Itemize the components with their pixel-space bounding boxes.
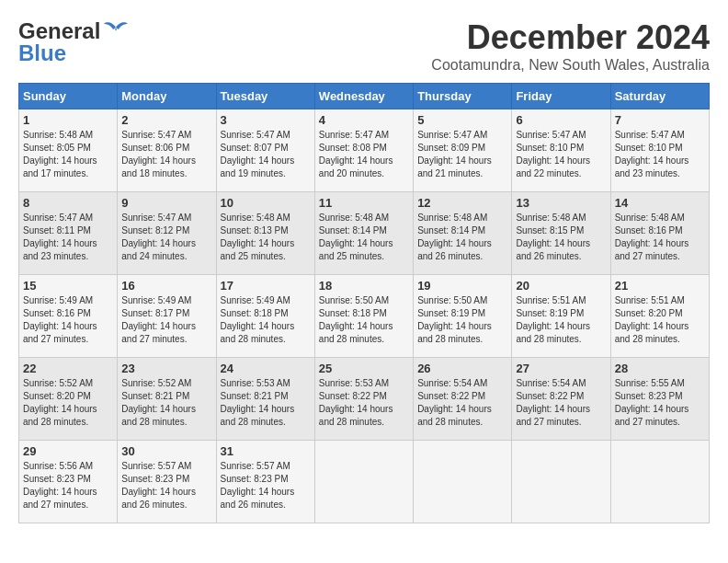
day-number: 4 [319,113,409,127]
day-number: 6 [516,113,606,127]
day-info: Sunrise: 5:49 AMSunset: 8:18 PMDaylight:… [221,294,311,346]
calendar-cell: 30Sunrise: 5:57 AMSunset: 8:23 PMDayligh… [118,441,216,523]
calendar-cell: 28Sunrise: 5:55 AMSunset: 8:23 PMDayligh… [610,358,709,441]
calendar-cell [414,441,512,523]
day-info: Sunrise: 5:52 AMSunset: 8:20 PMDaylight:… [23,377,113,429]
day-number: 29 [23,444,113,458]
day-number: 28 [615,362,705,375]
day-number: 25 [319,362,409,375]
calendar-cell: 15Sunrise: 5:49 AMSunset: 8:16 PMDayligh… [19,275,118,358]
calendar-cell: 16Sunrise: 5:49 AMSunset: 8:17 PMDayligh… [118,275,216,358]
calendar-cell [314,441,413,523]
day-info: Sunrise: 5:48 AMSunset: 8:14 PMDaylight:… [319,212,409,263]
calendar-week-row: 15Sunrise: 5:49 AMSunset: 8:16 PMDayligh… [19,275,710,358]
day-number: 16 [121,279,211,293]
day-number: 9 [121,196,211,210]
calendar-cell: 21Sunrise: 5:51 AMSunset: 8:20 PMDayligh… [610,275,709,358]
day-info: Sunrise: 5:47 AMSunset: 8:08 PMDaylight:… [319,129,409,180]
day-number: 24 [221,362,311,375]
day-number: 30 [121,444,211,458]
day-number: 11 [319,196,409,210]
calendar-cell: 13Sunrise: 5:48 AMSunset: 8:15 PMDayligh… [512,192,610,275]
day-number: 7 [615,113,705,127]
day-number: 5 [417,113,507,127]
day-header-wednesday: Wednesday [314,84,413,109]
day-info: Sunrise: 5:48 AMSunset: 8:05 PMDaylight:… [23,129,113,180]
day-info: Sunrise: 5:57 AMSunset: 8:23 PMDaylight:… [221,460,311,511]
day-number: 2 [121,113,211,127]
day-header-friday: Friday [512,84,610,109]
day-number: 21 [615,279,705,293]
day-info: Sunrise: 5:54 AMSunset: 8:22 PMDaylight:… [417,377,507,429]
day-info: Sunrise: 5:53 AMSunset: 8:22 PMDaylight:… [319,377,409,429]
day-info: Sunrise: 5:50 AMSunset: 8:19 PMDaylight:… [417,294,507,346]
month-title: December 2024 [431,18,710,57]
calendar-cell: 14Sunrise: 5:48 AMSunset: 8:16 PMDayligh… [610,192,709,275]
day-number: 31 [221,444,311,458]
day-info: Sunrise: 5:47 AMSunset: 8:06 PMDaylight:… [121,129,211,180]
calendar-week-row: 22Sunrise: 5:52 AMSunset: 8:20 PMDayligh… [19,358,710,441]
day-number: 15 [23,279,113,293]
day-number: 23 [121,362,211,375]
day-info: Sunrise: 5:48 AMSunset: 8:15 PMDaylight:… [516,212,606,263]
day-number: 26 [417,362,507,375]
day-number: 19 [417,279,507,293]
day-info: Sunrise: 5:53 AMSunset: 8:21 PMDaylight:… [221,377,311,429]
calendar-cell: 27Sunrise: 5:54 AMSunset: 8:22 PMDayligh… [512,358,610,441]
day-info: Sunrise: 5:47 AMSunset: 8:11 PMDaylight:… [23,212,113,263]
calendar-cell: 6Sunrise: 5:47 AMSunset: 8:10 PMDaylight… [512,109,610,192]
day-info: Sunrise: 5:47 AMSunset: 8:10 PMDaylight:… [615,129,705,180]
day-info: Sunrise: 5:48 AMSunset: 8:14 PMDaylight:… [417,212,507,263]
logo-bird-icon [102,20,130,42]
day-info: Sunrise: 5:49 AMSunset: 8:17 PMDaylight:… [121,294,211,346]
day-header-monday: Monday [118,84,216,109]
calendar-cell [512,441,610,523]
day-header-sunday: Sunday [19,84,118,109]
day-number: 8 [23,196,113,210]
calendar-cell: 8Sunrise: 5:47 AMSunset: 8:11 PMDaylight… [19,192,118,275]
day-number: 27 [516,362,606,375]
logo-blue-text: Blue [18,40,66,66]
calendar-header-row: SundayMondayTuesdayWednesdayThursdayFrid… [19,84,710,109]
calendar-cell: 10Sunrise: 5:48 AMSunset: 8:13 PMDayligh… [216,192,314,275]
day-info: Sunrise: 5:56 AMSunset: 8:23 PMDaylight:… [23,460,113,511]
day-info: Sunrise: 5:51 AMSunset: 8:20 PMDaylight:… [615,294,705,346]
day-info: Sunrise: 5:47 AMSunset: 8:10 PMDaylight:… [516,129,606,180]
calendar-cell: 24Sunrise: 5:53 AMSunset: 8:21 PMDayligh… [216,358,314,441]
calendar-cell: 12Sunrise: 5:48 AMSunset: 8:14 PMDayligh… [414,192,512,275]
day-info: Sunrise: 5:47 AMSunset: 8:07 PMDaylight:… [221,129,311,180]
calendar-cell: 11Sunrise: 5:48 AMSunset: 8:14 PMDayligh… [314,192,413,275]
calendar-cell: 2Sunrise: 5:47 AMSunset: 8:06 PMDaylight… [118,109,216,192]
calendar-cell: 20Sunrise: 5:51 AMSunset: 8:19 PMDayligh… [512,275,610,358]
calendar-cell: 5Sunrise: 5:47 AMSunset: 8:09 PMDaylight… [414,109,512,192]
day-number: 17 [221,279,311,293]
calendar-table: SundayMondayTuesdayWednesdayThursdayFrid… [18,83,710,523]
calendar-cell: 4Sunrise: 5:47 AMSunset: 8:08 PMDaylight… [314,109,413,192]
calendar-cell: 1Sunrise: 5:48 AMSunset: 8:05 PMDaylight… [19,109,118,192]
calendar-cell: 9Sunrise: 5:47 AMSunset: 8:12 PMDaylight… [118,192,216,275]
day-info: Sunrise: 5:50 AMSunset: 8:18 PMDaylight:… [319,294,409,346]
calendar-cell: 18Sunrise: 5:50 AMSunset: 8:18 PMDayligh… [314,275,413,358]
calendar-cell: 22Sunrise: 5:52 AMSunset: 8:20 PMDayligh… [19,358,118,441]
day-number: 3 [221,113,311,127]
calendar-week-row: 1Sunrise: 5:48 AMSunset: 8:05 PMDaylight… [19,109,710,192]
day-header-tuesday: Tuesday [216,84,314,109]
day-info: Sunrise: 5:48 AMSunset: 8:16 PMDaylight:… [615,212,705,263]
calendar-cell: 26Sunrise: 5:54 AMSunset: 8:22 PMDayligh… [414,358,512,441]
day-number: 1 [23,113,113,127]
calendar-week-row: 8Sunrise: 5:47 AMSunset: 8:11 PMDaylight… [19,192,710,275]
calendar-cell: 31Sunrise: 5:57 AMSunset: 8:23 PMDayligh… [216,441,314,523]
day-number: 22 [23,362,113,375]
day-info: Sunrise: 5:48 AMSunset: 8:13 PMDaylight:… [221,212,311,263]
day-number: 14 [615,196,705,210]
day-info: Sunrise: 5:57 AMSunset: 8:23 PMDaylight:… [121,460,211,511]
day-info: Sunrise: 5:54 AMSunset: 8:22 PMDaylight:… [516,377,606,429]
day-header-saturday: Saturday [610,84,709,109]
day-info: Sunrise: 5:49 AMSunset: 8:16 PMDaylight:… [23,294,113,346]
calendar-cell [610,441,709,523]
day-info: Sunrise: 5:55 AMSunset: 8:23 PMDaylight:… [615,377,705,429]
logo: General Blue [18,18,130,66]
day-info: Sunrise: 5:51 AMSunset: 8:19 PMDaylight:… [516,294,606,346]
day-number: 13 [516,196,606,210]
calendar-cell: 7Sunrise: 5:47 AMSunset: 8:10 PMDaylight… [610,109,709,192]
